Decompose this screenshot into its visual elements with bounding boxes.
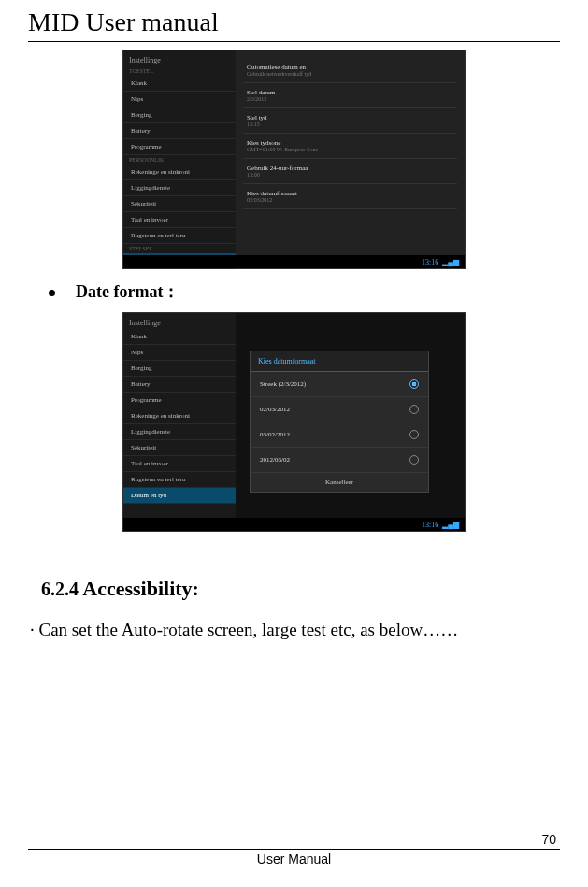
sidebar-category: TOESTEL [123,66,236,76]
page-number: 70 [28,832,560,850]
settings-row[interactable]: Stel datum 2/3/2012 [243,83,457,108]
sidebar-item[interactable]: Berging [123,361,236,377]
sidebar-item[interactable]: Nips [123,92,236,107]
page-header: MID User manual [28,0,560,42]
sidebar-item[interactable]: Programme [123,139,236,155]
bullet-date-format: Date format： [49,280,560,303]
settings-row[interactable]: Outomatiese datum en Gebruik netwerkvers… [243,58,457,83]
screenshot-date-format-dialog: Instellinge Klank Nips Berging Battery P… [122,312,466,532]
sidebar-item[interactable]: Taal en invoer [123,456,236,472]
sidebar-category: PERSOONLIK [123,155,236,165]
settings-title: Instellinge [123,317,236,329]
settings-row[interactable]: Stel tyd 13:15 [243,108,457,134]
cancel-button[interactable]: Kanselleer [251,473,428,492]
sidebar-item[interactable]: Taal en invoer [123,212,236,228]
settings-row[interactable]: Kies datumformaat 02/03/2012 [243,184,457,209]
settings-row[interactable]: Kies tydsone GMT+01:00 W.-Europese Sone [243,134,457,159]
sidebar-item[interactable]: Sekuriteit [123,196,236,212]
sidebar-item[interactable]: Liggingdienste [123,180,236,196]
clock-icon: 13:16 [422,258,438,266]
sidebar-item[interactable]: Battery [123,377,236,393]
radio-icon [409,455,419,465]
dialog-title: Kies datumformaat [251,351,428,372]
settings-title: Instellinge [123,54,236,66]
dialog-option[interactable]: 03/02/2012 [251,422,428,448]
sidebar-item[interactable]: Rugsteun en terl teru [123,472,236,488]
sidebar-item[interactable]: Programme [123,393,236,408]
radio-icon [409,430,419,439]
dialog-option[interactable]: 2012/03/02 [251,448,428,473]
bullet-icon [49,290,55,296]
sidebar-item[interactable]: Nips [123,345,236,361]
dialog-option[interactable]: Streek (2/3/2012) [251,372,428,397]
date-format-dialog: Kies datumformaat Streek (2/3/2012) 02/0… [250,351,429,493]
sidebar-item[interactable]: Liggingdienste [123,424,236,440]
clock-icon: 13:16 [422,521,438,529]
sidebar-category: STELSEL [123,244,236,253]
wifi-icon: ▂▄▆ [442,258,459,266]
radio-icon [409,405,419,414]
radio-icon [409,379,419,389]
settings-row[interactable]: Gebruik 24-uur-formaa 13:00 [243,159,457,184]
sidebar-item[interactable]: Battery [123,123,236,139]
sidebar-item[interactable]: Sekuriteit [123,440,236,456]
sidebar-item[interactable]: Berging [123,107,236,123]
sidebar-item[interactable]: Klank [123,329,236,345]
status-bar: 13:16 ▂▄▆ [123,518,465,531]
status-bar: 13:16 ▂▄▆ [123,255,465,268]
dialog-option[interactable]: 02/03/2012 [251,397,428,422]
sidebar-item[interactable]: Klank [123,76,236,92]
sidebar-item[interactable]: Rugsteun en terl teru [123,228,236,244]
footer-label: User Manual [28,850,560,866]
sidebar-item[interactable]: Rekeninge en sinkroni [123,408,236,424]
section-heading: 6.2.4 Accessibility: [41,577,560,601]
sidebar-item-active[interactable]: Datum en tyd [123,488,236,504]
sidebar-item[interactable]: Rekeninge en sinkroni [123,165,236,180]
screenshot-date-time-settings: Instellinge TOESTEL Klank Nips Berging B… [122,50,466,269]
wifi-icon: ▂▄▆ [442,521,459,529]
body-paragraph: · Can set the Auto-rotate screen, large … [30,616,558,643]
